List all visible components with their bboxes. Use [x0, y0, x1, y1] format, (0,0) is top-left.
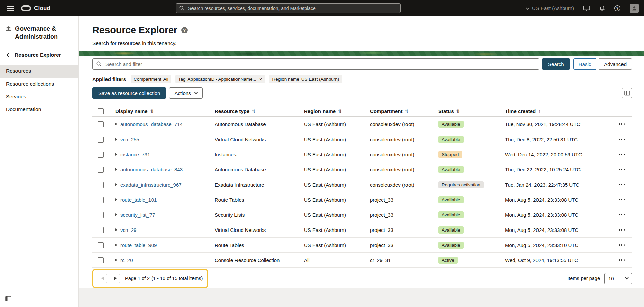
time-created-cell: Wed, Oct 9, 2024, 19:13:55 UTC [501, 257, 612, 263]
hamburger-menu-icon[interactable] [7, 5, 14, 12]
items-per-page-select[interactable]: 10 [604, 273, 632, 284]
time-created-cell: Mon, Aug 5, 2024, 23:33:08 UTC [501, 227, 612, 233]
table-row: vcn_255 Virtual Cloud Networks US East (… [92, 132, 632, 147]
region-name-cell: US East (Ashburn) [300, 152, 366, 157]
row-checkbox[interactable] [98, 152, 104, 158]
resource-link[interactable]: exadata_infrastructure_967 [120, 182, 182, 188]
row-checkbox[interactable] [98, 212, 104, 218]
help-icon[interactable]: ? [614, 5, 621, 12]
column-header-resource-type[interactable]: Resource type⇅ [211, 108, 300, 114]
oracle-logo-icon [21, 5, 31, 11]
expand-caret-icon[interactable] [115, 183, 117, 186]
page-help-icon[interactable]: ? [181, 27, 188, 33]
column-header-region-name[interactable]: Region name⇅ [300, 108, 366, 114]
region-name-cell: All [300, 257, 366, 263]
column-header-display-name[interactable]: Display name⇅ [111, 108, 211, 114]
column-header-status[interactable]: Status⇅ [434, 108, 501, 114]
resource-type-cell: Security Lists [211, 212, 300, 218]
row-checkbox[interactable] [98, 227, 104, 233]
filter-chip[interactable]: Compartment All × [131, 75, 171, 83]
expand-caret-icon[interactable] [115, 138, 117, 141]
region-name-cell: US East (Ashburn) [300, 227, 366, 233]
table-header-row: Display name⇅ Resource type⇅ Region name… [92, 106, 632, 117]
row-checkbox[interactable] [98, 137, 104, 143]
row-checkbox[interactable] [98, 167, 104, 173]
row-actions-button[interactable] [618, 257, 626, 263]
search-button[interactable]: Search [542, 58, 570, 70]
column-settings-button[interactable] [622, 88, 632, 98]
sidebar-item[interactable]: Resource collections [0, 78, 78, 90]
cloud-shell-icon[interactable] [583, 5, 590, 12]
status-badge: Active [438, 257, 458, 264]
notifications-bell-icon[interactable] [599, 5, 605, 12]
resource-type-cell: Instances [211, 152, 300, 157]
select-all-checkbox[interactable] [98, 108, 104, 114]
resource-link[interactable]: security_list_77 [120, 212, 155, 218]
save-resource-collection-button[interactable]: Save as resource collection [92, 87, 166, 99]
resource-link[interactable]: route_table_101 [120, 197, 157, 203]
expand-caret-icon[interactable] [115, 213, 117, 216]
row-actions-button[interactable] [618, 152, 626, 157]
row-actions-button[interactable] [618, 182, 626, 187]
row-actions-button[interactable] [618, 227, 626, 233]
topbar: Cloud US East (Ashburn) ? [0, 0, 644, 16]
sidebar-back-link[interactable]: Resource Explorer [0, 41, 78, 58]
expand-caret-icon[interactable] [115, 259, 117, 261]
resource-link[interactable]: route_table_909 [120, 242, 157, 248]
chevron-down-icon [526, 6, 529, 9]
resource-link[interactable]: autonomous_database_843 [120, 167, 183, 172]
filter-search [92, 58, 539, 70]
column-header-compartment[interactable]: Compartment⇅ [366, 108, 434, 114]
page-title: Resource Explorer [92, 24, 177, 36]
sort-icon: ⇅ [338, 109, 342, 114]
expand-caret-icon[interactable] [115, 228, 117, 231]
resource-link[interactable]: vcn_29 [120, 227, 136, 233]
row-actions-button[interactable] [618, 121, 626, 127]
expand-caret-icon[interactable] [115, 198, 117, 201]
expand-caret-icon[interactable] [115, 244, 117, 246]
row-actions-button[interactable] [618, 137, 626, 142]
filter-search-input[interactable] [92, 58, 539, 70]
status-badge: Available [438, 226, 464, 234]
sidebar-item[interactable]: Resources [0, 65, 78, 78]
collapse-panel-icon[interactable] [5, 296, 11, 302]
compartment-cell: cr_29_31 [366, 257, 434, 263]
resource-link[interactable]: instance_731 [120, 152, 150, 157]
compartment-cell: project_33 [366, 197, 434, 203]
region-selector[interactable]: US East (Ashburn) [526, 5, 574, 11]
items-per-page-label: Items per page [567, 276, 600, 281]
row-checkbox[interactable] [98, 242, 104, 248]
filter-chip[interactable]: Tag ApplicationID - ApplicationName... × [175, 75, 265, 83]
expand-caret-icon[interactable] [115, 123, 117, 125]
filter-chip[interactable]: Region name US East (Ashburn) × [269, 75, 342, 83]
status-badge: Available [438, 196, 464, 203]
row-actions-button[interactable] [618, 212, 626, 217]
column-header-time-created[interactable]: Time created↑ [501, 108, 612, 114]
time-created-cell: Mon, Aug 5, 2024, 23:33:08 UTC [501, 197, 612, 203]
basic-mode-button[interactable]: Basic [573, 58, 597, 70]
brand-logo[interactable]: Cloud [21, 5, 50, 12]
sort-asc-icon: ↑ [538, 109, 541, 114]
previous-page-button[interactable] [98, 274, 107, 283]
global-search-input[interactable] [176, 3, 401, 13]
resource-link[interactable]: vcn_255 [120, 137, 139, 142]
expand-caret-icon[interactable] [115, 168, 117, 171]
remove-filter-icon[interactable]: × [259, 76, 262, 82]
expand-caret-icon[interactable] [115, 153, 117, 156]
row-checkbox[interactable] [98, 257, 104, 263]
resource-link[interactable]: autonomous_database_714 [120, 121, 183, 127]
user-avatar[interactable] [630, 4, 639, 13]
resource-link[interactable]: rc_20 [120, 257, 133, 263]
row-checkbox[interactable] [98, 182, 104, 188]
row-actions-button[interactable] [618, 242, 626, 248]
row-actions-button[interactable] [618, 167, 626, 172]
row-checkbox[interactable] [98, 121, 104, 127]
sidebar-item[interactable]: Services [0, 90, 78, 103]
row-checkbox[interactable] [98, 197, 104, 203]
actions-button[interactable]: Actions [169, 87, 202, 99]
row-actions-button[interactable] [618, 197, 626, 202]
sidebar-item[interactable]: Documentation [0, 103, 78, 116]
advanced-mode-button[interactable]: Advanced [599, 58, 632, 70]
next-page-button[interactable] [111, 274, 120, 283]
time-created-cell: Wed, Dec 14, 2022, 20:00:59 UTC [501, 152, 612, 157]
